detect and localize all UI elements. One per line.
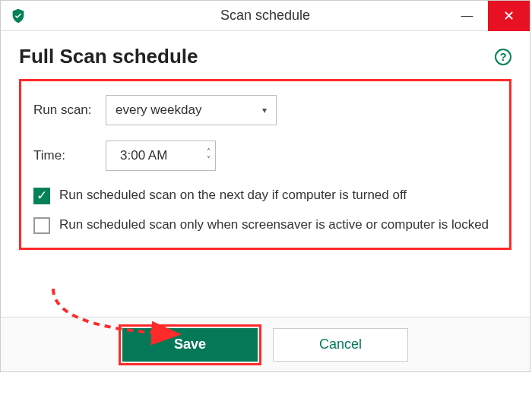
run-scan-row: Run scan: every weekday ▾ [33, 95, 497, 125]
titlebar: Scan schedule — ✕ [1, 1, 530, 31]
run-scan-value: every weekday [116, 103, 201, 118]
spin-down-icon[interactable]: ˅ [207, 156, 211, 163]
time-spinner[interactable]: ˄ ˅ [207, 149, 211, 163]
save-button[interactable]: Save [122, 328, 258, 362]
page-title: Full Scan schedule [19, 45, 198, 68]
checkbox-screensaver-label: Run scheduled scan only when screensaver… [59, 216, 497, 235]
time-row: Time: 3:00 AM ˄ ˅ [33, 141, 497, 171]
time-value: 3:00 AM [120, 148, 167, 163]
app-shield-icon [10, 8, 27, 24]
settings-panel: Run scan: every weekday ▾ Time: 3:00 AM … [19, 79, 511, 250]
checkbox-next-day-label: Run scheduled scan on the next day if co… [59, 186, 497, 205]
spin-up-icon[interactable]: ˄ [207, 149, 211, 155]
cancel-button[interactable]: Cancel [273, 328, 408, 362]
time-input[interactable]: 3:00 AM ˄ ˅ [106, 141, 216, 171]
page-title-row: Full Scan schedule ? [19, 45, 511, 68]
content-area: Full Scan schedule ? Run scan: every wee… [1, 31, 530, 250]
checkbox-next-day-row: ✓ Run scheduled scan on the next day if … [33, 186, 497, 205]
chevron-down-icon: ▾ [262, 105, 267, 115]
help-icon[interactable]: ? [495, 49, 511, 65]
check-icon: ✓ [36, 187, 47, 206]
minimize-button[interactable]: — [446, 1, 488, 31]
run-scan-label: Run scan: [33, 103, 106, 118]
footer: Save Cancel [1, 317, 530, 371]
time-label: Time: [33, 148, 106, 163]
window-controls: — ✕ [446, 1, 530, 31]
checkbox-next-day[interactable]: ✓ [33, 188, 50, 204]
close-button[interactable]: ✕ [488, 1, 530, 31]
run-scan-dropdown[interactable]: every weekday ▾ [106, 95, 277, 125]
checkbox-screensaver-row: Run scheduled scan only when screensaver… [33, 216, 497, 235]
checkbox-screensaver[interactable] [33, 217, 50, 234]
scan-schedule-window: Scan schedule — ✕ Full Scan schedule ? R… [0, 0, 530, 372]
